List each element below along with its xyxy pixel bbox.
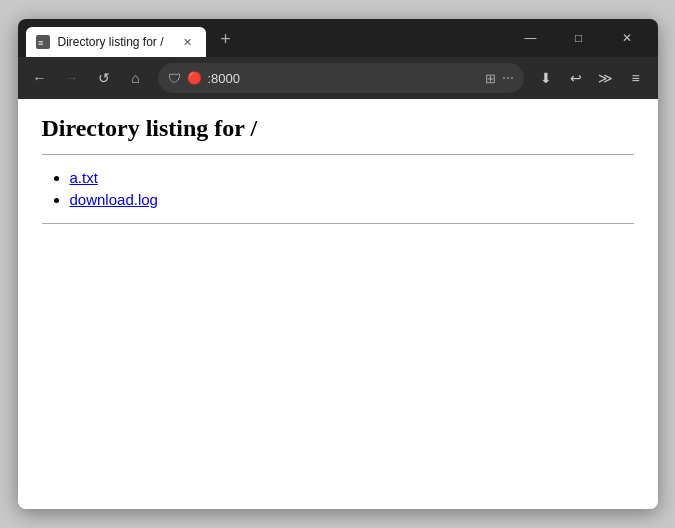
home-button[interactable]: ⌂ [122, 64, 150, 92]
warning-icon: 🔴 [187, 71, 202, 85]
window-controls: — □ ✕ [500, 19, 658, 57]
extend-button[interactable]: ≫ [592, 64, 620, 92]
svg-text:≡: ≡ [38, 38, 43, 48]
reload-button[interactable]: ↺ [90, 64, 118, 92]
file-list: a.txt download.log [42, 169, 634, 209]
browser-window: ≡ Directory listing for / ✕ + — □ ✕ ← → … [18, 19, 658, 509]
tab-area: ≡ Directory listing for / ✕ + [18, 19, 500, 57]
maximize-button[interactable]: □ [556, 22, 602, 54]
undo-button[interactable]: ↩ [562, 64, 590, 92]
qr-code-icon[interactable]: ⊞ [485, 71, 496, 86]
page-heading: Directory listing for / [42, 115, 634, 142]
shield-icon: 🛡 [168, 71, 181, 86]
address-text: :8000 [208, 71, 479, 86]
list-item: a.txt [70, 169, 634, 187]
back-button[interactable]: ← [26, 64, 54, 92]
download-button[interactable]: ⬇ [532, 64, 560, 92]
menu-button[interactable]: ≡ [622, 64, 650, 92]
tab-title: Directory listing for / [58, 35, 172, 49]
minimize-button[interactable]: — [508, 22, 554, 54]
close-button[interactable]: ✕ [604, 22, 650, 54]
top-divider [42, 154, 634, 155]
title-bar: ≡ Directory listing for / ✕ + — □ ✕ [18, 19, 658, 57]
tab-favicon: ≡ [36, 35, 50, 49]
navigation-bar: ← → ↺ ⌂ 🛡 🔴 :8000 ⊞ ⋯ ⬇ ↩ ≫ ≡ [18, 57, 658, 99]
active-tab[interactable]: ≡ Directory listing for / ✕ [26, 27, 206, 57]
list-item: download.log [70, 191, 634, 209]
tab-close-button[interactable]: ✕ [180, 34, 196, 50]
file-link-a-txt[interactable]: a.txt [70, 169, 98, 186]
file-link-download-log[interactable]: download.log [70, 191, 158, 208]
page-content: Directory listing for / a.txt download.l… [18, 99, 658, 509]
new-tab-button[interactable]: + [212, 25, 240, 53]
nav-right-buttons: ⬇ ↩ ≫ ≡ [532, 64, 650, 92]
address-bar[interactable]: 🛡 🔴 :8000 ⊞ ⋯ [158, 63, 524, 93]
bottom-divider [42, 223, 634, 224]
more-options-icon[interactable]: ⋯ [502, 71, 514, 85]
forward-button[interactable]: → [58, 64, 86, 92]
